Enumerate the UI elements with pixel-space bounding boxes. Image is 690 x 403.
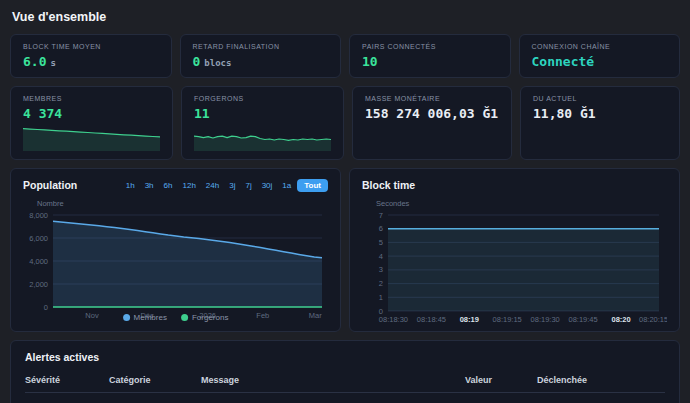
alert-row: P2 indexer Retard indexeur: valeur 140 (… [25, 393, 665, 403]
stats-row-2: MEMBRES 4 374 FORGERONS 11 MASSE MONÉTAI… [10, 86, 680, 160]
range-button-1a[interactable]: 1a [278, 179, 295, 192]
stat-suffix: blocs [204, 58, 231, 68]
range-button-3h[interactable]: 3h [141, 179, 158, 192]
range-button-30j[interactable]: 30j [258, 179, 277, 192]
svg-text:4: 4 [379, 252, 383, 261]
stat-value: Connecté [532, 54, 668, 69]
svg-text:5: 5 [379, 238, 383, 247]
svg-text:6: 6 [379, 224, 383, 233]
population-chart[interactable]: 8,0006,0004,0002,0000NovDéc2026FebMar [23, 209, 328, 321]
active-alerts-card: Alertes actives Sévérité Catégorie Messa… [10, 340, 680, 403]
svg-text:0: 0 [44, 303, 48, 312]
charts-row: Population 1h3h6h12h24h3j7j30j1aTout Nom… [10, 168, 680, 332]
stat-card-pairs-connectes: PAIRS CONNECTÉS 10 [349, 34, 511, 78]
stat-label: BLOCK TIME MOYEN [23, 43, 159, 50]
stat-value: 4 374 [23, 106, 160, 121]
svg-text:1: 1 [379, 293, 383, 302]
blocktime-chart[interactable]: 7654321008:18:3008:18:4508:1908:19:1508:… [362, 209, 667, 325]
range-selector: 1h3h6h12h24h3j7j30j1aTout [122, 179, 328, 192]
stat-value: 0blocs [193, 54, 329, 69]
stat-value: 10 [362, 54, 498, 69]
range-button-tout[interactable]: Tout [297, 179, 328, 192]
stat-value: 6.0s [23, 54, 159, 69]
population-chart-card: Population 1h3h6h12h24h3j7j30j1aTout Nom… [10, 168, 341, 332]
col-header-message: Message [201, 375, 465, 385]
blocktime-chart-card: Block time Secondes 7654321008:18:3008:1… [349, 168, 680, 332]
svg-text:08:18:45: 08:18:45 [417, 315, 446, 324]
col-header-valeur: Valeur [465, 375, 537, 385]
col-header-severite: Sévérité [25, 375, 109, 385]
forgerons-sparkline [194, 121, 331, 151]
legend-label: Forgerons [192, 313, 228, 322]
stat-card-membres: MEMBRES 4 374 [10, 86, 173, 160]
stat-label: MEMBRES [23, 95, 160, 102]
population-y-axis-label: Nombre [37, 199, 328, 208]
range-button-3j[interactable]: 3j [225, 179, 239, 192]
membres-dot-icon [123, 314, 130, 321]
svg-text:7: 7 [379, 211, 383, 220]
stat-label: RETARD FINALISATION [193, 43, 329, 50]
range-button-24h[interactable]: 24h [202, 179, 223, 192]
svg-text:08:20:15: 08:20:15 [639, 315, 667, 324]
svg-text:08:20: 08:20 [612, 315, 631, 324]
stat-label: DU ACTUEL [533, 95, 667, 102]
page-title: Vue d'ensemble [12, 10, 680, 24]
forgerons-dot-icon [181, 314, 188, 321]
svg-text:Feb: Feb [256, 311, 269, 320]
svg-text:08:19:15: 08:19:15 [493, 315, 522, 324]
membres-sparkline [23, 121, 160, 151]
stat-value: 11 [194, 106, 331, 121]
blocktime-y-axis-label: Secondes [376, 199, 667, 208]
svg-text:8,000: 8,000 [29, 211, 48, 220]
blocktime-chart-title: Block time [362, 179, 415, 191]
stat-card-forgerons: FORGERONS 11 [181, 86, 344, 160]
stat-card-masse-monetaire: MASSE MONÉTAIRE 158 274 006,03 Ğ1 [352, 86, 512, 160]
stat-label: FORGERONS [194, 95, 331, 102]
svg-text:6,000: 6,000 [29, 234, 48, 243]
legend-item-membres[interactable]: Membres [123, 313, 167, 322]
stat-card-du-actuel: DU ACTUEL 11,80 Ğ1 [520, 86, 680, 160]
svg-text:08:18:30: 08:18:30 [379, 315, 408, 324]
population-chart-title: Population [23, 179, 77, 191]
svg-text:2,000: 2,000 [29, 280, 48, 289]
stat-card-retard-finalisation: RETARD FINALISATION 0blocs [180, 34, 342, 78]
stat-suffix: s [50, 58, 55, 68]
legend-item-forgerons[interactable]: Forgerons [181, 313, 228, 322]
svg-text:Mar: Mar [309, 311, 322, 320]
stat-value: 11,80 Ğ1 [533, 106, 667, 121]
col-header-categorie: Catégorie [109, 375, 201, 385]
stat-value: 158 274 006,03 Ğ1 [365, 106, 499, 121]
stats-row-1: BLOCK TIME MOYEN 6.0s RETARD FINALISATIO… [10, 34, 680, 78]
range-button-6h[interactable]: 6h [160, 179, 177, 192]
svg-text:Nov: Nov [85, 311, 99, 320]
overview-page: Vue d'ensemble BLOCK TIME MOYEN 6.0s RET… [0, 0, 690, 403]
stat-label: CONNEXION CHAÎNE [532, 43, 668, 50]
range-button-12h[interactable]: 12h [178, 179, 199, 192]
svg-text:08:19:45: 08:19:45 [568, 315, 597, 324]
svg-text:3: 3 [379, 265, 383, 274]
svg-text:08:19:30: 08:19:30 [531, 315, 560, 324]
legend-label: Membres [134, 313, 167, 322]
stat-card-connexion-chaine: CONNEXION CHAÎNE Connecté [519, 34, 681, 78]
alerts-table-header: Sévérité Catégorie Message Valeur Déclen… [25, 373, 665, 393]
alerts-table: Sévérité Catégorie Message Valeur Déclen… [25, 373, 665, 403]
svg-text:2: 2 [379, 279, 383, 288]
population-legend: Membres Forgerons [123, 313, 229, 322]
stat-label: PAIRS CONNECTÉS [362, 43, 498, 50]
svg-text:08:19: 08:19 [460, 315, 479, 324]
alerts-title: Alertes actives [25, 351, 665, 363]
svg-text:4,000: 4,000 [29, 257, 48, 266]
range-button-1h[interactable]: 1h [122, 179, 139, 192]
stat-card-block-time-moyen: BLOCK TIME MOYEN 6.0s [10, 34, 172, 78]
stat-label: MASSE MONÉTAIRE [365, 95, 499, 102]
range-button-7j[interactable]: 7j [241, 179, 255, 192]
col-header-declenchee: Déclenchée [537, 375, 665, 385]
